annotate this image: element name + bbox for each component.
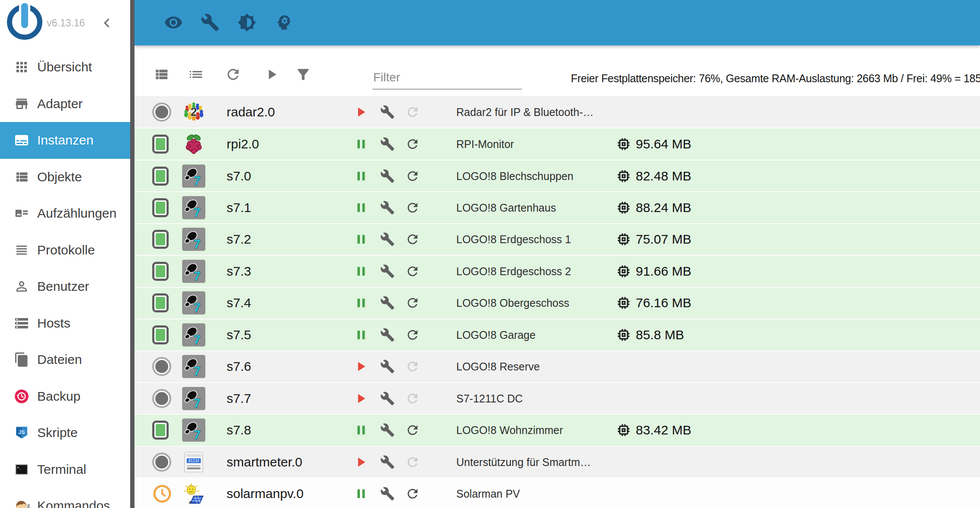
settings-button[interactable] xyxy=(380,200,395,215)
settings-button[interactable] xyxy=(380,328,395,342)
restart-button[interactable] xyxy=(405,455,420,469)
refresh-button[interactable] xyxy=(225,66,241,83)
restart-button[interactable] xyxy=(405,423,420,437)
pause-icon xyxy=(354,200,368,215)
instance-row-s7.3[interactable]: 7 s7.3 LOGO!8 Erdgeschoss 2 91.66 MB xyxy=(135,255,980,286)
restart-button[interactable] xyxy=(405,296,420,310)
settings-button[interactable] xyxy=(380,423,395,437)
settings-button[interactable] xyxy=(380,455,395,469)
instance-title: Unterstützung für Smartm… xyxy=(456,456,591,468)
view-list-button[interactable] xyxy=(153,66,170,83)
settings-button[interactable] xyxy=(380,486,395,501)
sidebar-item-adapter[interactable]: Adapter xyxy=(0,86,130,122)
pause-instance-button[interactable] xyxy=(354,137,368,151)
instance-row-s7.2[interactable]: 7 s7.2 LOGO!8 Erdgeschoss 1 75.07 MB xyxy=(135,223,980,255)
expert-mode-icon xyxy=(274,13,293,32)
sidebar-item-aufzaehlungen[interactable]: Aufzählungen xyxy=(0,195,130,232)
settings-button[interactable] xyxy=(380,232,395,247)
instance-row-rpi2.0[interactable]: rpi2.0 RPI-Monitor 95.64 MB xyxy=(135,128,980,159)
restart-button[interactable] xyxy=(405,137,420,151)
settings-button[interactable] xyxy=(380,359,395,374)
settings-button[interactable] xyxy=(380,105,395,119)
filter-input[interactable] xyxy=(372,70,522,90)
expert-mode-button[interactable] xyxy=(274,13,293,32)
restart-button[interactable] xyxy=(405,200,420,215)
restart-button[interactable] xyxy=(405,328,420,342)
sidebar-item-kommandos[interactable]: Kommandos xyxy=(0,488,130,508)
instance-row-solarmanpv.0[interactable]: solarmanpv.0 Solarman PV xyxy=(135,477,980,508)
memory-icon xyxy=(616,264,631,279)
start-instance-button[interactable] xyxy=(353,359,368,374)
restart-button[interactable] xyxy=(405,232,420,247)
pause-instance-button[interactable] xyxy=(354,328,368,342)
svg-text:7: 7 xyxy=(193,364,201,379)
sidebar-item-benutzer[interactable]: Benutzer xyxy=(0,268,130,305)
instance-row-s7.8[interactable]: 7 s7.8 LOGO!8 Wohnzimmer 83.42 MB xyxy=(135,414,980,445)
restart-button[interactable] xyxy=(405,391,420,406)
pause-instance-button[interactable] xyxy=(354,264,368,279)
pause-instance-button[interactable] xyxy=(354,200,368,215)
instance-row-s7.1[interactable]: 7 s7.1 LOGO!8 Gartenhaus 88.24 MB xyxy=(135,191,980,223)
instance-row-radar2.0[interactable]: 2 radar2.0 Radar2 für IP & Bluetooth-… xyxy=(135,96,980,128)
collapse-sidebar-button[interactable] xyxy=(98,14,116,32)
start-instance-button[interactable] xyxy=(353,391,368,406)
instance-row-smartmeter.0[interactable]: 01234 smartmeter.0 Unterstützung für Sma… xyxy=(135,446,980,477)
memory-value: 76.16 MB xyxy=(636,296,691,310)
instance-name: s7.8 xyxy=(227,423,251,437)
sidebar-item-label: Backup xyxy=(37,389,80,404)
instance-name: radar2.0 xyxy=(227,105,275,119)
restart-button[interactable] xyxy=(405,486,420,501)
logs-lines-icon xyxy=(14,242,29,258)
memory-icon xyxy=(616,136,631,152)
filter-funnel-button[interactable] xyxy=(295,66,311,83)
start-instance-button[interactable] xyxy=(353,454,368,470)
pause-icon xyxy=(354,169,368,183)
instance-row-s7.4[interactable]: 7 s7.4 LOGO!8 Obergeschoss 76.16 MB xyxy=(135,287,980,318)
restart-button[interactable] xyxy=(405,359,420,374)
play-all-button[interactable] xyxy=(263,66,280,83)
settings-button[interactable] xyxy=(380,169,395,183)
sidebar-scrollbar[interactable] xyxy=(130,0,135,508)
sidebar-item-terminal[interactable]: >_ Terminal xyxy=(0,451,130,488)
pause-instance-button[interactable] xyxy=(354,169,368,183)
javascript-shield-icon: JS xyxy=(14,425,29,440)
settings-button[interactable] xyxy=(380,137,395,151)
instance-row-s7.7[interactable]: 7 s7.7 S7-1211C DC xyxy=(135,382,980,414)
restart-button[interactable] xyxy=(405,105,420,119)
instance-title: LOGO!8 Obergeschoss xyxy=(456,297,569,309)
visibility-button[interactable] xyxy=(164,13,183,32)
instance-title: Radar2 für IP & Bluetooth-… xyxy=(456,106,594,118)
svg-text:>_: >_ xyxy=(17,466,22,469)
start-instance-button[interactable] xyxy=(353,104,368,120)
settings-button[interactable] xyxy=(380,264,395,279)
restart-button[interactable] xyxy=(405,169,420,183)
pause-instance-button[interactable] xyxy=(354,232,368,247)
wrench-button[interactable] xyxy=(201,13,220,32)
refresh-icon xyxy=(405,200,420,215)
sidebar-item-skripte[interactable]: JS Skripte xyxy=(0,415,130,451)
view-list-icon xyxy=(153,66,170,83)
instance-row-s7.5[interactable]: 7 s7.5 LOGO!8 Garage 85.8 MB xyxy=(135,318,980,350)
settings-button[interactable] xyxy=(380,296,395,310)
instance-title: RPI-Monitor xyxy=(456,138,514,151)
settings-button[interactable] xyxy=(380,391,395,406)
sidebar-item-protokolle[interactable]: Protokolle xyxy=(0,232,130,269)
pause-icon xyxy=(354,423,368,437)
filter-funnel-icon xyxy=(295,66,311,83)
pause-instance-button[interactable] xyxy=(354,486,368,501)
instance-row-s7.6[interactable]: 7 s7.6 LOGO!8 Reserve xyxy=(135,350,980,382)
sidebar-item-instanzen[interactable]: Instanzen xyxy=(0,122,130,159)
pause-instance-button[interactable] xyxy=(354,423,368,437)
bulleted-list-button[interactable] xyxy=(188,66,204,83)
sidebar-item-objekte[interactable]: Objekte xyxy=(0,159,130,196)
pause-instance-button[interactable] xyxy=(354,296,368,310)
sidebar-item-dateien[interactable]: Dateien xyxy=(0,341,130,378)
instance-row-s7.0[interactable]: 7 s7.0 LOGO!8 Blechschuppen 82.48 MB xyxy=(135,160,980,191)
sidebar-item-uebersicht[interactable]: Übersicht xyxy=(0,49,130,86)
sidebar-item-backup[interactable]: Backup xyxy=(0,378,130,415)
restart-button[interactable] xyxy=(405,264,420,279)
brightness-button[interactable] xyxy=(237,13,256,32)
sidebar-item-hosts[interactable]: Hosts xyxy=(0,305,130,342)
wrench-icon xyxy=(380,232,395,247)
instance-state-indicator xyxy=(152,389,171,408)
